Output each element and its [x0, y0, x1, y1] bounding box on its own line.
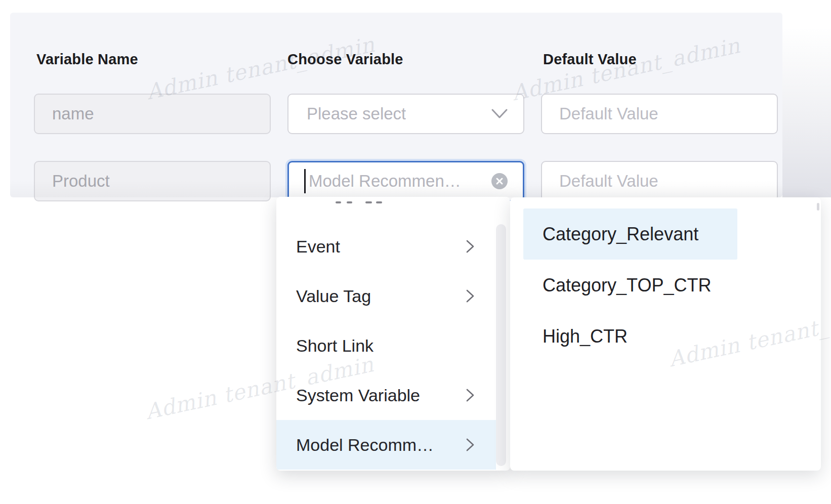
- submenu-scrollbar-thumb[interactable]: [817, 203, 819, 211]
- clear-selection-icon[interactable]: [491, 173, 508, 189]
- text-cursor: [304, 169, 306, 193]
- variable-name-input-row2: [34, 161, 271, 201]
- select-placeholder: Please select: [307, 104, 406, 123]
- variable-name-label: Variable Name: [36, 51, 138, 68]
- chevron-right-icon: [465, 288, 476, 304]
- chevron-right-icon: [465, 238, 476, 255]
- chevron-down-icon: [491, 108, 508, 120]
- choose-variable-label: Choose Variable: [287, 51, 403, 68]
- menu-item-event[interactable]: Event: [276, 222, 496, 271]
- choose-variable-select-row1[interactable]: Please select: [287, 94, 524, 134]
- submenu-item-category-top-ctr[interactable]: Category_TOP_CTR: [523, 260, 737, 311]
- variable-form-panel: Variable Name Choose Variable Default Va…: [10, 13, 782, 197]
- choose-variable-select-row2[interactable]: Model Recommen…: [287, 161, 524, 201]
- menu-item-model-recommend[interactable]: Model Recomm…: [276, 420, 496, 470]
- default-value-label: Default Value: [543, 51, 637, 68]
- chevron-right-icon: [465, 437, 476, 453]
- menu-item-system-variable[interactable]: System Variable: [276, 370, 496, 420]
- chevron-right-icon: [465, 387, 476, 403]
- right-edge-shadow: [782, 26, 831, 197]
- submenu-item-category-relevant[interactable]: Category_Relevant: [523, 208, 737, 260]
- default-value-input-row2[interactable]: [541, 161, 778, 201]
- variable-name-input-row1: [34, 94, 271, 134]
- default-value-input-row1[interactable]: [541, 94, 778, 134]
- cascader-submenu: Category_Relevant Category_TOP_CTR High_…: [510, 197, 821, 471]
- selected-value: Model Recommen…: [309, 172, 487, 191]
- cascader-dropdown-menu: Event Value Tag Short Link System Variab…: [276, 197, 510, 471]
- menu-scrollbar-thumb[interactable]: [496, 224, 506, 466]
- submenu-item-high-ctr[interactable]: High_CTR: [523, 311, 737, 362]
- menu-item-short-link[interactable]: Short Link: [276, 321, 496, 370]
- menu-item-value-tag[interactable]: Value Tag: [276, 271, 496, 321]
